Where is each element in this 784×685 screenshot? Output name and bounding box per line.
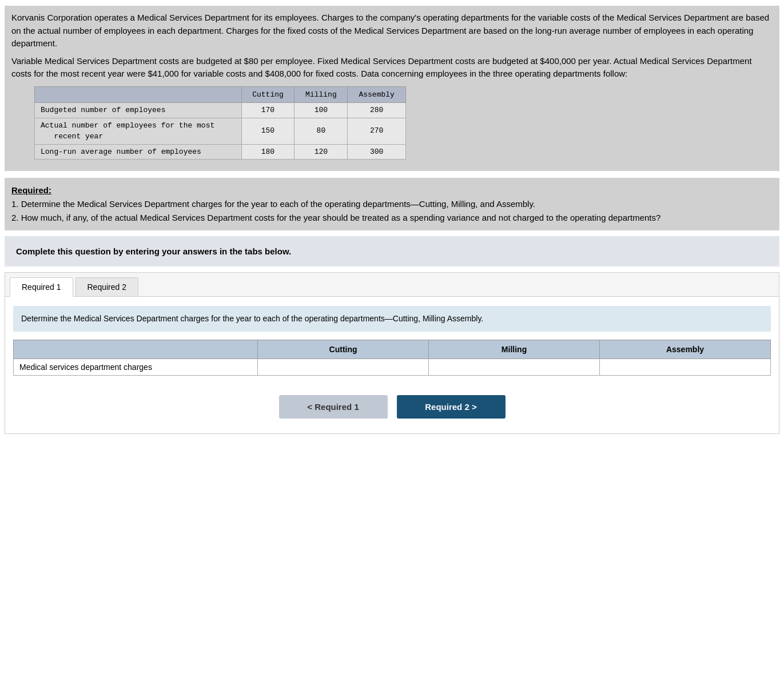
employee-data-table: Cutting Milling Assembly Budgeted number… [34, 86, 406, 160]
required-section: Required: 1. Determine the Medical Servi… [5, 178, 779, 230]
answer-col-header-empty [14, 340, 258, 359]
problem-table-wrapper: Cutting Milling Assembly Budgeted number… [11, 86, 773, 160]
col-header-assembly: Assembly [348, 86, 406, 103]
row-label-longrun: Long-run average number of employees [35, 144, 242, 160]
next-button[interactable]: Required 2 [397, 395, 506, 419]
required-item-2: 2. How much, if any, of the actual Medic… [11, 211, 773, 225]
answer-col-header-assembly: Assembly [600, 340, 771, 359]
tabs-container: Required 1 Required 2 Determine the Medi… [5, 272, 779, 434]
answer-row-charges: Medical services department charges [14, 359, 771, 376]
required-item-1: 1. Determine the Medical Services Depart… [11, 197, 773, 211]
milling-input-cell[interactable] [429, 359, 600, 376]
row-label-actual: Actual number of employees for the most … [35, 118, 242, 144]
cutting-answer-input[interactable] [272, 363, 415, 372]
tab-required-2[interactable]: Required 2 [75, 277, 139, 296]
assembly-input-cell[interactable] [600, 359, 771, 376]
actual-milling: 80 [295, 118, 348, 144]
longrun-cutting: 180 [241, 144, 295, 160]
tab-description-text: Determine the Medical Services Departmen… [21, 314, 483, 323]
paragraph-2: Variable Medical Services Department cos… [11, 55, 773, 81]
tab-1-content: Determine the Medical Services Departmen… [5, 297, 779, 433]
required-label: Required: [11, 184, 773, 197]
longrun-assembly: 300 [348, 144, 406, 160]
problem-text-block: Korvanis Corporation operates a Medical … [5, 6, 779, 171]
tab-required-1[interactable]: Required 1 [10, 277, 73, 297]
col-header-cutting: Cutting [241, 86, 295, 103]
assembly-answer-input[interactable] [614, 363, 757, 372]
actual-assembly: 270 [348, 118, 406, 144]
tab-description: Determine the Medical Services Departmen… [13, 306, 771, 332]
longrun-milling: 120 [295, 144, 348, 160]
chevron-right-icon [469, 402, 477, 412]
next-button-label: Required 2 [425, 402, 469, 412]
col-header-milling: Milling [295, 86, 348, 103]
prev-button[interactable]: Required 1 [279, 395, 388, 419]
prev-button-label: Required 1 [315, 402, 359, 412]
answer-col-header-milling: Milling [429, 340, 600, 359]
answer-table: Cutting Milling Assembly Medical service… [13, 340, 771, 376]
charges-row-label: Medical services department charges [14, 359, 258, 376]
answer-col-header-cutting: Cutting [258, 340, 429, 359]
chevron-left-icon [307, 402, 315, 412]
page-wrapper: Korvanis Corporation operates a Medical … [0, 0, 784, 440]
table-row: Long-run average number of employees 180… [35, 144, 406, 160]
nav-buttons: Required 1 Required 2 [13, 387, 771, 424]
budgeted-cutting: 170 [241, 103, 295, 118]
tabs-header: Required 1 Required 2 [5, 273, 779, 297]
table-row: Budgeted number of employees 170 100 280 [35, 103, 406, 118]
complete-bar: Complete this question by entering your … [5, 236, 779, 266]
milling-answer-input[interactable] [443, 363, 586, 372]
actual-cutting: 150 [241, 118, 295, 144]
budgeted-milling: 100 [295, 103, 348, 118]
row-label-budgeted: Budgeted number of employees [35, 103, 242, 118]
budgeted-assembly: 280 [348, 103, 406, 118]
cutting-input-cell[interactable] [258, 359, 429, 376]
answer-table-header-row: Cutting Milling Assembly [14, 340, 771, 359]
complete-bar-text: Complete this question by entering your … [16, 246, 291, 256]
table-row: Actual number of employees for the most … [35, 118, 406, 144]
paragraph-1: Korvanis Corporation operates a Medical … [11, 11, 773, 50]
required-heading: Required: [11, 185, 51, 195]
col-header-label [35, 86, 242, 103]
